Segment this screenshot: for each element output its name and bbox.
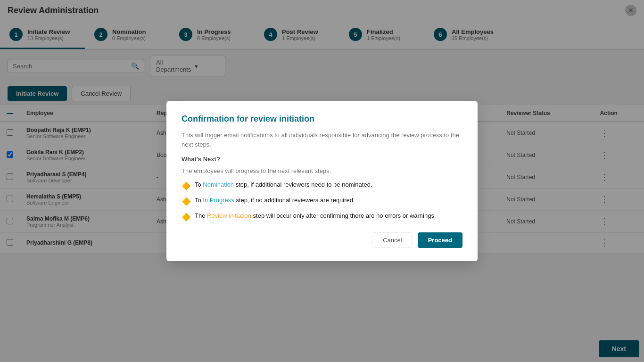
modal-proceed-button[interactable]: Proceed <box>418 232 462 248</box>
modal-description: This will trigger email notifications to… <box>182 131 462 149</box>
modal-footer: Cancel Proceed <box>182 232 462 248</box>
review-initiation-link: Review initiation <box>207 212 251 219</box>
arrow-icon-1: 🔶 <box>182 181 191 192</box>
modal-steps-intro: The employees will progress to the next … <box>182 167 462 174</box>
step-text-1: To Nomination step, if additional review… <box>195 180 372 189</box>
modal-step-3: 🔶 The Review initiation step will occur … <box>182 211 462 223</box>
confirmation-modal: Confirmation for review initiation This … <box>166 101 478 261</box>
step-text-2: To In Progress step, if no additional re… <box>195 196 355 205</box>
arrow-icon-3: 🔶 <box>182 212 191 223</box>
step-text-3: The Review initiation step will occur on… <box>195 211 436 221</box>
modal-step-2: 🔶 To In Progress step, if no additional … <box>182 196 462 207</box>
nomination-link: Nomination <box>203 181 234 188</box>
modal-title: Confirmation for review initiation <box>182 114 462 124</box>
arrow-icon-2: 🔶 <box>182 196 191 207</box>
modal-step-1: 🔶 To Nomination step, if additional revi… <box>182 180 462 192</box>
modal-cancel-button[interactable]: Cancel <box>372 232 413 248</box>
modal-steps-list: 🔶 To Nomination step, if additional revi… <box>182 180 462 223</box>
in-progress-link: In Progress <box>203 197 234 204</box>
modal-overlay: Confirmation for review initiation This … <box>0 0 644 362</box>
modal-whats-next: What's Next? <box>182 156 462 163</box>
